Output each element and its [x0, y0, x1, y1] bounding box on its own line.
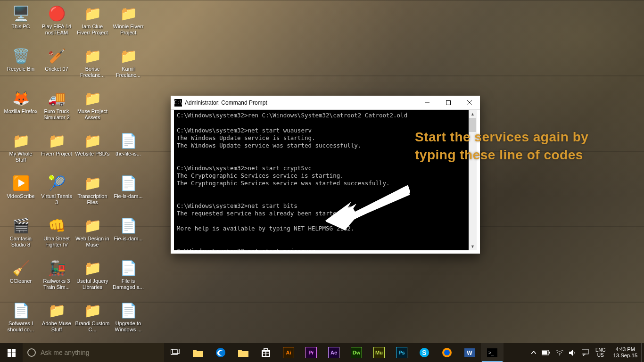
desktop-icon[interactable]: 🏏Cricket 07: [39, 44, 74, 86]
svg-rect-1: [446, 100, 450, 105]
desktop-glyph-icon: 🚚: [47, 89, 66, 107]
desktop-icon[interactable]: 📁Useful Jquery Libraries: [74, 256, 110, 298]
desktop-icon[interactable]: 📁Muse Project Assets: [74, 87, 110, 128]
taskbar-app-store[interactable]: [255, 343, 277, 362]
svg-point-33: [559, 354, 560, 355]
svg-rect-31: [549, 352, 550, 354]
desktop-icon-label: the-file-is...: [116, 151, 141, 157]
desktop-icon[interactable]: 📁Fiverr Project: [39, 129, 74, 171]
desktop-icon[interactable]: 📁Kamil Freelanc...: [110, 44, 146, 86]
desktop-icon[interactable]: 📁Website PSD's: [74, 129, 110, 171]
taskbar-app-after-effects[interactable]: Ae: [322, 343, 345, 362]
desktop-icon-label: Borisc Freelanc...: [75, 66, 110, 78]
taskbar-app-cmd[interactable]: >_: [481, 343, 504, 362]
clock[interactable]: 4:43 PM 13-Sep-15: [610, 343, 641, 362]
desktop-icon-label: Muse Project Assets: [75, 108, 110, 121]
desktop-icon[interactable]: 📄File is Damaged a...: [110, 256, 146, 298]
desktop-icon[interactable]: 🖥️This PC: [3, 2, 39, 43]
desktop-icon[interactable]: 📄Sofwares I should co...: [3, 299, 39, 340]
desktop-glyph-icon: 📁: [83, 46, 102, 65]
tray-overflow-icon[interactable]: [528, 343, 539, 362]
desktop-glyph-icon: 🧹: [11, 258, 30, 277]
desktop-glyph-icon: 🗑️: [11, 46, 30, 65]
photoshop-icon: Ps: [396, 347, 407, 358]
svg-rect-18: [263, 352, 265, 354]
desktop-icon-label: VideoScribe: [7, 193, 34, 199]
desktop-icon[interactable]: 📁Transcription Files: [74, 172, 110, 213]
wifi-icon[interactable]: [553, 343, 566, 362]
taskbar-app-dreamweaver[interactable]: Dw: [345, 343, 368, 362]
skype-icon: S: [419, 347, 430, 358]
file-explorer-2-icon: [238, 347, 249, 358]
desktop-icon[interactable]: 📄Fie-is-dam...: [110, 214, 146, 255]
desktop-icon[interactable]: 🚂Railworks 3 Train Sim...: [39, 256, 74, 298]
desktop-icon[interactable]: 📁Iam Clue Fiverr Project: [74, 2, 110, 43]
taskbar-app-firefox[interactable]: [436, 343, 458, 362]
svg-rect-35: [582, 349, 588, 354]
taskbar-app-file-explorer-2[interactable]: [232, 343, 255, 362]
desktop-icon[interactable]: 📁Winnie Fiverr Project: [110, 2, 146, 43]
desktop-icon-label: Virtual Tennis 3: [39, 193, 74, 206]
desktop-icon[interactable]: 📁Adobe Muse Stuff: [39, 299, 74, 340]
show-desktop-button[interactable]: [641, 343, 644, 362]
desktop-icon[interactable]: 📁Borisc Freelanc...: [74, 44, 110, 86]
desktop-icon-label: Web Design in Muse: [75, 236, 110, 248]
taskbar: Ask me anything AiPrAeDwMuPsSW>_ ENG US …: [0, 343, 644, 362]
desktop-icon[interactable]: 🗑️Recycle Bin: [3, 44, 39, 86]
desktop-glyph-icon: 📁: [83, 258, 102, 277]
desktop-glyph-icon: 📁: [83, 4, 102, 23]
desktop-icon-label: CCleaner: [10, 278, 32, 284]
taskbar-app-muse[interactable]: Mu: [368, 343, 390, 362]
desktop-icon[interactable]: 📁Brandi Custom C...: [74, 299, 110, 340]
svg-point-16: [216, 348, 225, 357]
minimize-button[interactable]: [416, 96, 438, 110]
desktop-icon[interactable]: 📁My Whole Stuff: [3, 129, 39, 171]
taskbar-search[interactable]: Ask me anything: [23, 343, 164, 362]
taskbar-app-edge[interactable]: [209, 343, 232, 362]
desktop-icon[interactable]: 🎬Camtasia Studio 8: [3, 214, 39, 255]
desktop-icon-label: Railworks 3 Train Sim...: [39, 278, 74, 290]
desktop-icon[interactable]: 🦊Mozilla Firefox: [3, 87, 39, 128]
desktop-icon[interactable]: ▶️VideoScribe: [3, 172, 39, 213]
cmd-titlebar[interactable]: C:\ Administrator: Command Prompt: [171, 96, 480, 110]
action-center-icon[interactable]: [579, 343, 592, 362]
maximize-button[interactable]: [438, 96, 459, 110]
svg-rect-19: [266, 352, 269, 354]
desktop-glyph-icon: 📁: [83, 89, 102, 107]
command-prompt-window[interactable]: C:\ Administrator: Command Prompt C:\Win…: [171, 96, 480, 254]
desktop-icon[interactable]: 📁Web Design in Muse: [74, 214, 110, 255]
svg-rect-13: [12, 353, 16, 357]
desktop-icon-label: Kamil Freelanc...: [111, 66, 146, 78]
desktop-glyph-icon: 📁: [83, 131, 102, 150]
cortana-icon: [27, 348, 36, 357]
taskbar-app-file-explorer[interactable]: [187, 343, 209, 362]
taskbar-app-photoshop[interactable]: Ps: [390, 343, 413, 362]
taskbar-app-word[interactable]: W: [458, 343, 481, 362]
desktop-icon[interactable]: 🔴Play FIFA 14 nosTEAM: [39, 2, 74, 43]
start-button[interactable]: [0, 343, 23, 362]
desktop-icon[interactable]: 👊Ultra Street Fighter IV: [39, 214, 74, 255]
desktop-icon[interactable]: 📄the-file-is...: [110, 129, 146, 171]
desktop-glyph-icon: 🎾: [47, 173, 66, 192]
desktop-glyph-icon: 📁: [47, 131, 66, 150]
desktop-icon[interactable]: 🎾Virtual Tennis 3: [39, 172, 74, 213]
task-view-button[interactable]: [164, 343, 187, 362]
volume-icon[interactable]: [566, 343, 579, 362]
taskbar-app-illustrator[interactable]: Ai: [277, 343, 300, 362]
desktop-icon-label: Fie-is-dam...: [114, 193, 142, 199]
close-button[interactable]: [459, 96, 480, 110]
desktop-icon[interactable]: 🚚Euro Truck Simulator 2: [39, 87, 74, 128]
battery-icon[interactable]: [539, 343, 553, 362]
scroll-down-arrow[interactable]: ▼: [469, 242, 477, 250]
premiere-icon: Pr: [305, 347, 317, 358]
desktop-icon-label: Mozilla Firefox: [4, 108, 38, 115]
desktop-icon[interactable]: 📄Fie-is-dam...: [110, 172, 146, 213]
desktop-icon[interactable]: 🧹CCleaner: [3, 256, 39, 298]
taskbar-app-premiere[interactable]: Pr: [300, 343, 322, 362]
illustrator-icon: Ai: [283, 347, 294, 358]
svg-point-25: [444, 350, 450, 355]
desktop-icon[interactable]: 📄Upgrade to Windows ...: [110, 299, 146, 340]
scroll-up-arrow[interactable]: ▲: [469, 110, 477, 118]
taskbar-app-skype[interactable]: S: [413, 343, 436, 362]
language-indicator[interactable]: ENG US: [592, 343, 610, 362]
